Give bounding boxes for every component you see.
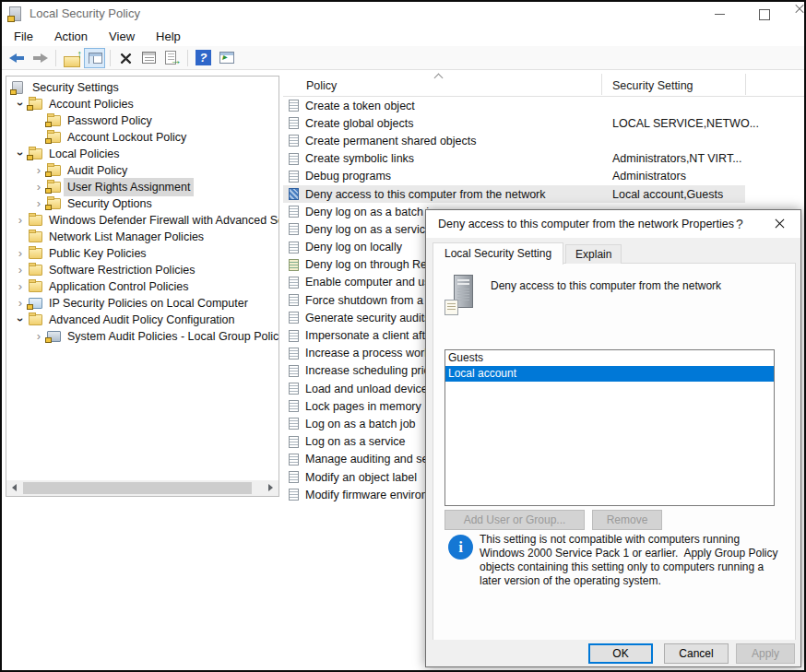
security-setting-value: Local account,Guests (612, 188, 723, 201)
tree-item[interactable]: Application Control Policies (6, 278, 279, 295)
add-user-or-group-button[interactable]: Add User or Group... (444, 510, 585, 530)
menu-item[interactable]: Action (45, 28, 97, 45)
horizontal-scrollbar[interactable] (6, 480, 279, 496)
apply-button[interactable]: Apply (736, 643, 795, 664)
tree-node-icon (29, 281, 42, 292)
tree-item[interactable]: IP Security Policies on Local Computer (6, 295, 279, 312)
tree-item-label: Account Lockout Policy (66, 131, 187, 144)
tree-item[interactable]: Audit Policy (6, 162, 279, 179)
policy-doc-icon (289, 242, 299, 253)
tree-item[interactable]: Account Lockout Policy (6, 129, 279, 146)
policy-doc-icon (289, 153, 299, 165)
column-divider[interactable] (745, 74, 746, 95)
column-header-security-setting[interactable]: Security Setting (612, 79, 693, 92)
maximize-button[interactable] (749, 2, 780, 26)
column-divider[interactable] (601, 74, 602, 95)
tree-item-label: Software Restriction Policies (48, 264, 196, 277)
sort-ascending-icon (434, 74, 444, 83)
policy-row[interactable]: Deny access to this computer from the ne… (283, 185, 745, 203)
tree-item-label: Advanced Audit Policy Configuration (48, 313, 236, 326)
tree-item[interactable]: Local Policies (6, 146, 279, 162)
policy-cell: Create symbolic links (283, 152, 601, 165)
tree-item[interactable]: User Rights Assignment (6, 179, 279, 195)
dialog-tab[interactable]: Local Security Setting (433, 242, 563, 265)
expand-chevron-icon[interactable] (12, 247, 29, 260)
properties-icon[interactable] (138, 48, 160, 68)
toolbar-separator (110, 50, 111, 66)
policy-doc-icon (289, 418, 299, 430)
policy-name: Modify an object label (305, 471, 417, 484)
security-setting-value: LOCAL SERVICE,NETWO... (612, 117, 759, 130)
tree-node-icon (29, 231, 42, 242)
tree-item[interactable]: Security Options (6, 195, 279, 212)
policy-name: Deny log on as a batch jo (305, 206, 435, 218)
console-tree-panel: Security Settings Account Policies Passw… (6, 76, 279, 497)
tree-item[interactable]: Password Policy (6, 112, 279, 129)
back-icon[interactable] (6, 48, 28, 68)
dialog-button-strip: OK Cancel Apply (426, 640, 800, 666)
tree-node-icon (47, 198, 61, 209)
tree-item[interactable]: Public Key Policies (6, 245, 279, 262)
policy-name: Impersonate a client afte (305, 329, 432, 342)
tree-item-label: Security Settings (31, 81, 120, 94)
tree-item[interactable]: System Audit Policies - Local Group Poli… (6, 328, 279, 345)
export-list-icon[interactable] (161, 48, 183, 68)
column-header-policy[interactable]: Policy (306, 79, 337, 92)
up-one-level-icon[interactable] (61, 51, 82, 71)
policy-row[interactable]: Create permanent shared objects (283, 132, 804, 149)
tree-item-label: User Rights Assignment (66, 181, 191, 194)
policy-row[interactable]: Debug programs Administrators (283, 168, 804, 185)
policy-doc-icon (289, 117, 299, 129)
minimize-button[interactable] (705, 2, 736, 26)
policy-name: Debug programs (305, 170, 391, 183)
tree-item[interactable]: Security Settings (6, 79, 279, 96)
tree-item[interactable]: Windows Defender Firewall with Advanced … (6, 212, 279, 229)
compatibility-note: This setting is not compatible with comp… (480, 533, 788, 588)
policy-row[interactable]: Create global objects LOCAL SERVICE,NETW… (283, 114, 804, 132)
expand-chevron-icon[interactable] (12, 280, 29, 293)
delete-icon[interactable] (115, 48, 136, 68)
tree-node-icon (47, 165, 61, 176)
tree-node-icon (29, 314, 42, 325)
dialog-close-icon[interactable] (765, 210, 793, 238)
policy-name: Lock pages in memory (305, 400, 421, 413)
tree-item[interactable]: Network List Manager Policies (6, 229, 279, 245)
policy-name: Generate security audits (305, 312, 431, 324)
expand-chevron-icon[interactable] (12, 264, 29, 277)
menu-item[interactable]: File (5, 28, 42, 45)
tree-item[interactable]: Advanced Audit Policy Configuration (6, 312, 279, 328)
policy-doc-icon (289, 100, 299, 112)
policy-row[interactable]: Create a token object (283, 97, 804, 114)
dialog-title: Deny access to this computer from the ne… (438, 218, 734, 230)
forward-icon[interactable] (30, 48, 51, 68)
menu-item[interactable]: View (100, 28, 144, 45)
tree-item[interactable]: Account Policies (6, 96, 279, 112)
app-lock-icon (9, 6, 21, 21)
ok-button[interactable]: OK (588, 643, 653, 664)
close-button[interactable] (784, 2, 806, 26)
dialog-tab[interactable]: Explain (565, 244, 622, 264)
expand-chevron-icon[interactable] (12, 214, 29, 227)
dialog-help-button[interactable]: ? (730, 217, 749, 231)
tree-item[interactable]: Software Restriction Policies (6, 262, 279, 278)
members-listbox[interactable]: GuestsLocal account (444, 349, 775, 506)
member-item[interactable]: Guests (445, 350, 774, 366)
dialog-title-bar: Deny access to this computer from the ne… (426, 210, 800, 238)
computer-policy-icon (444, 275, 478, 315)
show-action-pane-icon[interactable] (216, 48, 237, 68)
policy-row[interactable]: Create symbolic links Administrators,NT … (283, 150, 804, 168)
policy-name: Log on as a batch job (305, 418, 416, 430)
show-console-tree-icon[interactable] (84, 48, 105, 68)
remove-button[interactable]: Remove (592, 510, 662, 530)
scrollbar-thumb[interactable] (23, 482, 252, 494)
policy-name: Log on as a service (305, 435, 405, 448)
help-icon[interactable]: ? (193, 48, 214, 68)
policy-name: Increase a process workin (305, 347, 439, 360)
scroll-right-icon[interactable] (268, 484, 273, 491)
expand-chevron-icon[interactable] (12, 313, 29, 326)
scroll-left-icon[interactable] (12, 484, 17, 491)
menu-item[interactable]: Help (147, 28, 190, 45)
cancel-button[interactable]: Cancel (664, 643, 729, 664)
member-item[interactable]: Local account (445, 366, 774, 382)
tree-node-icon (12, 81, 23, 94)
